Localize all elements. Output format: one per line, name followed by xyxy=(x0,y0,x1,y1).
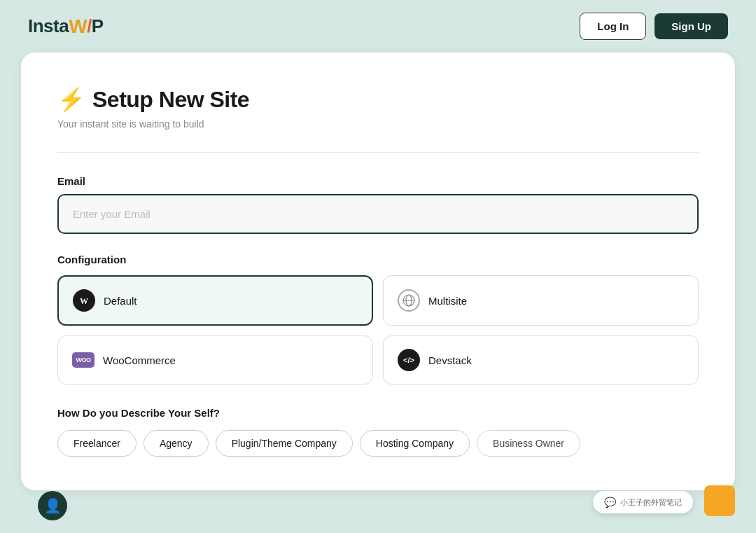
header: InstaW/P Log In Sign Up xyxy=(0,0,756,53)
main-wrapper: ⚡ Setup New Site Your instant site is wa… xyxy=(0,53,756,533)
config-option-multisite[interactable]: Multisite xyxy=(383,275,699,326)
watermark: 💬 小王子的外贸笔记 xyxy=(593,491,693,513)
partial-yellow-element xyxy=(704,485,735,516)
config-grid: W Default Multisite WO xyxy=(57,275,699,385)
logo: InstaW/P xyxy=(28,15,104,38)
multisite-icon xyxy=(398,289,420,312)
logo-slash: / xyxy=(87,15,92,37)
page-title: Setup New Site xyxy=(92,87,249,113)
config-option-woocommerce[interactable]: WOO WooCommerce xyxy=(57,335,373,385)
woocommerce-icon: WOO xyxy=(72,352,94,368)
setup-card: ⚡ Setup New Site Your instant site is wa… xyxy=(21,53,735,490)
lightning-icon: ⚡ xyxy=(57,86,85,113)
svg-text:W: W xyxy=(80,296,88,306)
pill-agency[interactable]: Agency xyxy=(144,430,209,457)
card-title-row: ⚡ Setup New Site xyxy=(57,86,699,113)
email-label: Email xyxy=(57,175,699,187)
pill-business[interactable]: Business Owner xyxy=(477,430,580,457)
header-buttons: Log In Sign Up xyxy=(580,13,728,40)
email-input[interactable] xyxy=(57,194,699,234)
pills-row: Freelancer Agency Plugin/Theme Company H… xyxy=(57,430,699,457)
login-button[interactable]: Log In xyxy=(580,13,646,40)
config-option-default[interactable]: W Default xyxy=(57,275,373,326)
divider xyxy=(57,152,699,153)
signup-button[interactable]: Sign Up xyxy=(654,13,728,39)
describe-label: How Do you Describe Your Self? xyxy=(57,407,699,419)
pill-plugin-theme[interactable]: Plugin/Theme Company xyxy=(216,430,353,457)
config-default-label: Default xyxy=(104,295,137,307)
config-multisite-label: Multisite xyxy=(428,295,467,307)
pill-freelancer[interactable]: Freelancer xyxy=(57,430,136,457)
logo-bolt: W xyxy=(69,15,87,38)
config-devstack-label: Devstack xyxy=(428,354,472,366)
avatar-hint: 👤 xyxy=(38,491,67,520)
config-option-devstack[interactable]: </> Devstack xyxy=(383,335,699,385)
watermark-text: 小王子的外贸笔记 xyxy=(620,497,682,508)
page-subtitle: Your instant site is waiting to build xyxy=(57,118,699,130)
pill-hosting[interactable]: Hosting Company xyxy=(360,430,470,457)
wordpress-icon: W xyxy=(73,289,95,312)
config-label: Configuration xyxy=(57,254,699,265)
devstack-icon: </> xyxy=(398,349,420,371)
config-woocommerce-label: WooCommerce xyxy=(103,354,176,366)
